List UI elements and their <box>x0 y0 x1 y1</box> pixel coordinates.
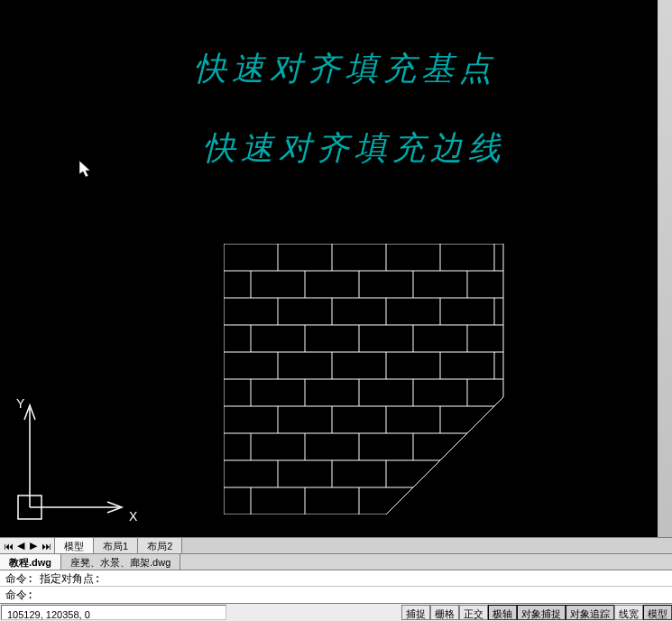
tab-model[interactable]: 模型 <box>55 538 94 553</box>
nav-last-icon[interactable]: ⏭ <box>40 540 52 552</box>
nav-prev-icon[interactable]: ◀ <box>14 540 27 552</box>
layout-nav-buttons: ⏮ ◀ ▶ ⏭ <box>0 538 55 553</box>
layout-tabs-filler <box>182 538 672 553</box>
command-prompt-line[interactable]: 命令: <box>0 587 672 603</box>
document-tab-bar: 教程.dwg 座凳、水景、廊架.dwg <box>0 553 672 570</box>
status-bar: 105129, 120358, 0 捕捉 栅格 正交 极轴 对象捕捉 对象追踪 … <box>0 603 672 621</box>
doc-tab-active[interactable]: 教程.dwg <box>0 554 61 570</box>
svg-marker-0 <box>79 161 90 177</box>
nav-first-icon[interactable]: ⏮ <box>2 540 14 552</box>
toggle-osnap[interactable]: 对象捕捉 <box>517 605 566 620</box>
doc-tab-other[interactable]: 座凳、水景、廊架.dwg <box>61 554 180 570</box>
ucs-x-label: X <box>129 509 137 524</box>
toggle-ortho[interactable]: 正交 <box>459 605 488 620</box>
toggle-lwt[interactable]: 线宽 <box>614 605 643 620</box>
status-coordinates[interactable]: 105129, 120358, 0 <box>1 605 226 620</box>
cursor-icon <box>79 161 94 179</box>
toggle-otrack[interactable]: 对象追踪 <box>566 605 614 620</box>
status-toggles-group: 捕捉 栅格 正交 极轴 对象捕捉 对象追踪 线宽 模型 <box>401 604 672 621</box>
annotation-text-1: 快速对齐填充基点 <box>194 47 497 91</box>
command-history-line: 命令: 指定对角点: <box>0 570 672 587</box>
tab-layout1[interactable]: 布局1 <box>94 538 138 553</box>
ucs-y-label: Y <box>16 396 24 411</box>
ucs-icon <box>14 394 131 530</box>
toggle-model[interactable]: 模型 <box>643 605 672 620</box>
tab-layout2[interactable]: 布局2 <box>138 538 182 553</box>
toggle-grid[interactable]: 栅格 <box>430 605 459 620</box>
annotation-text-2: 快速对齐填充边线 <box>203 126 506 171</box>
layout-tab-bar: ⏮ ◀ ▶ ⏭ 模型 布局1 布局2 <box>0 537 672 553</box>
toggle-polar[interactable]: 极轴 <box>488 605 517 620</box>
command-window[interactable]: 命令: 指定对角点: 命令: <box>0 570 672 603</box>
nav-next-icon[interactable]: ▶ <box>27 540 40 552</box>
toggle-snap[interactable]: 捕捉 <box>401 605 430 620</box>
drawing-canvas[interactable]: 快速对齐填充基点 快速对齐填充边线 <box>0 0 672 537</box>
hatch-brick-shape <box>224 244 512 514</box>
status-filler <box>227 604 401 621</box>
